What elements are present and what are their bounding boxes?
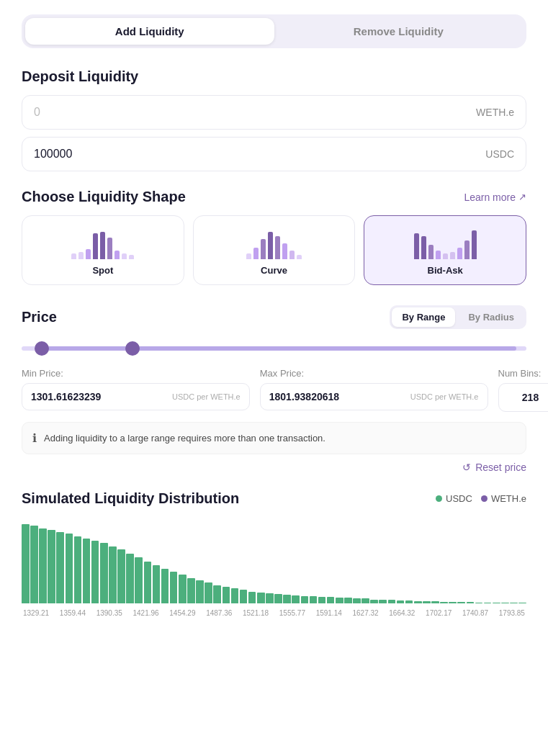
slider-thumb-left[interactable] — [35, 341, 49, 356]
chart-bar — [301, 596, 309, 603]
reset-label: Reset price — [475, 462, 526, 473]
chart-bar — [336, 598, 343, 603]
slider-thumb-right[interactable] — [125, 341, 140, 356]
chart-bar — [379, 600, 387, 604]
chart-bar — [22, 524, 30, 603]
num-bins-box — [498, 383, 549, 412]
chart-bar — [83, 539, 91, 603]
price-header: Price By Range By Radius — [22, 305, 526, 329]
chart-bar — [66, 534, 73, 603]
by-range-button[interactable]: By Range — [392, 307, 455, 327]
price-toggle: By Range By Radius — [390, 305, 526, 329]
chart-bar — [388, 600, 396, 604]
chart-x-label: 1359.44 — [60, 609, 86, 617]
chart-bar — [318, 597, 326, 603]
distribution-legend: USDC WETH.e — [436, 493, 526, 504]
chart-x-label: 1793.85 — [499, 609, 525, 617]
learn-more-link[interactable]: Learn more ↗ — [464, 192, 526, 203]
curve-label: Curve — [261, 265, 287, 276]
reset-price-button[interactable]: ↺ Reset price — [462, 462, 526, 473]
usdc-input-row: USDC — [22, 137, 526, 171]
shape-title: Choose Liquidity Shape — [22, 189, 186, 205]
chart-bar — [126, 554, 134, 603]
external-link-icon: ↗ — [518, 192, 526, 202]
liquidity-chart: 1329.211359.441390.351421.961454.291487.… — [22, 518, 526, 617]
reset-icon: ↺ — [462, 462, 471, 473]
tab-add-liquidity[interactable]: Add Liquidity — [25, 18, 274, 45]
weth-dot — [481, 495, 488, 502]
num-bins-field: Num Bins: — [498, 368, 549, 412]
spot-icon — [71, 228, 134, 259]
reset-price-container: ↺ Reset price — [22, 462, 526, 473]
bid-ask-icon — [414, 228, 477, 259]
chart-bar — [361, 598, 369, 603]
usdc-input[interactable] — [34, 148, 485, 161]
chart-bar — [292, 595, 300, 603]
chart-bar — [144, 562, 152, 603]
chart-bar — [510, 603, 518, 603]
legend-weth: WETH.e — [481, 493, 526, 504]
chart-x-label: 1591.14 — [316, 609, 342, 617]
chart-bar — [231, 588, 239, 603]
shape-card-bid-ask[interactable]: Bid-Ask — [364, 215, 526, 285]
max-price-input[interactable] — [269, 391, 405, 402]
by-radius-button[interactable]: By Radius — [458, 307, 524, 327]
bid-ask-label: Bid-Ask — [428, 265, 463, 276]
slider-fill — [42, 346, 516, 351]
chart-x-label: 1521.18 — [243, 609, 269, 617]
shape-card-spot[interactable]: Spot — [22, 215, 184, 285]
deposit-title: Deposit Liquidity — [22, 68, 526, 85]
chart-x-label: 1390.35 — [96, 609, 122, 617]
chart-bar — [493, 603, 500, 603]
chart-bar — [91, 541, 99, 603]
chart-bar — [109, 546, 117, 603]
chart-bar — [187, 578, 195, 603]
chart-bar — [257, 593, 265, 603]
info-icon: ℹ — [32, 431, 37, 445]
chart-bar — [30, 526, 38, 603]
shape-header: Choose Liquidity Shape Learn more ↗ — [22, 189, 526, 205]
shape-options: Spot Curve — [22, 215, 526, 285]
weth-input[interactable] — [34, 106, 476, 119]
curve-icon — [246, 228, 302, 259]
shape-card-curve[interactable]: Curve — [193, 215, 356, 285]
weth-token-label: WETH.e — [476, 107, 514, 118]
chart-bar — [274, 594, 282, 603]
chart-bar — [56, 532, 64, 603]
chart-bar — [449, 602, 457, 603]
chart-bar — [518, 603, 526, 603]
chart-bar — [240, 590, 248, 603]
chart-x-label: 1702.17 — [426, 609, 452, 617]
chart-bar — [39, 528, 47, 604]
tab-remove-liquidity[interactable]: Remove Liquidity — [274, 18, 524, 45]
chart-bar — [100, 543, 108, 603]
distribution-title: Simulated Liquidity Distribution — [22, 490, 239, 507]
chart-x-label: 1555.77 — [279, 609, 305, 617]
warning-text: Adding liquidity to a large range requir… — [44, 433, 325, 444]
chart-bar — [213, 585, 221, 603]
chart-bar — [153, 565, 161, 603]
usdc-token-label: USDC — [485, 148, 514, 160]
chart-bar — [370, 600, 378, 604]
spot-label: Spot — [92, 265, 113, 276]
chart-bar — [484, 603, 492, 603]
chart-bar — [431, 601, 439, 603]
chart-bar — [440, 602, 448, 603]
num-bins-input[interactable] — [509, 392, 549, 403]
min-price-input[interactable] — [31, 391, 166, 402]
chart-bar — [423, 601, 431, 603]
chart-bar — [196, 580, 204, 603]
chart-bar — [344, 598, 352, 603]
min-price-label: Min Price: — [22, 368, 250, 379]
range-slider[interactable] — [22, 341, 526, 356]
slider-track — [22, 346, 526, 351]
chart-bar — [310, 596, 318, 603]
chart-bar — [205, 582, 212, 603]
distribution-header: Simulated Liquidity Distribution USDC WE… — [22, 490, 526, 507]
chart-bar — [467, 602, 475, 603]
chart-bar — [405, 600, 413, 603]
chart-x-label: 1740.87 — [462, 609, 488, 617]
chart-bar — [327, 597, 335, 603]
chart-x-label: 1664.32 — [389, 609, 415, 617]
weth-legend-label: WETH.e — [491, 493, 526, 504]
